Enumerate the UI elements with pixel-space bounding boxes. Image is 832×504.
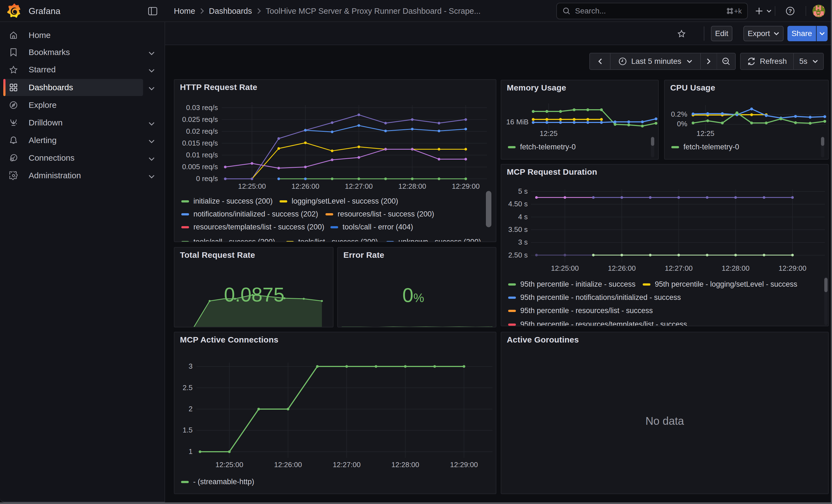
svg-text:12:29:00: 12:29:00 bbox=[450, 460, 478, 469]
svg-text:0 req/s: 0 req/s bbox=[196, 175, 218, 183]
svg-text:2.50 s: 2.50 s bbox=[508, 251, 528, 259]
svg-text:4 s: 4 s bbox=[518, 213, 528, 221]
svg-text:12:27:00: 12:27:00 bbox=[345, 182, 373, 190]
svg-text:3: 3 bbox=[189, 362, 192, 370]
svg-text:12:26:00: 12:26:00 bbox=[274, 460, 302, 469]
svg-text:12:27:00: 12:27:00 bbox=[665, 264, 693, 272]
svg-text:12:29:00: 12:29:00 bbox=[779, 264, 806, 272]
svg-text:12:25: 12:25 bbox=[540, 129, 557, 137]
svg-text:0%: 0% bbox=[402, 284, 424, 306]
svg-text:1: 1 bbox=[189, 447, 192, 456]
svg-text:5 s: 5 s bbox=[518, 187, 528, 195]
svg-text:12:28:00: 12:28:00 bbox=[398, 182, 426, 190]
svg-text:12:25: 12:25 bbox=[696, 129, 714, 137]
svg-text:12:26:00: 12:26:00 bbox=[608, 264, 635, 272]
svg-text:12:28:00: 12:28:00 bbox=[391, 460, 419, 469]
svg-text:0.03 req/s: 0.03 req/s bbox=[186, 103, 218, 112]
svg-text:12:25:00: 12:25:00 bbox=[551, 264, 579, 272]
svg-text:1.5: 1.5 bbox=[183, 426, 192, 434]
svg-text:12:27:00: 12:27:00 bbox=[333, 460, 360, 469]
svg-text:0.0875: 0.0875 bbox=[224, 284, 285, 306]
svg-text:0.01 req/s: 0.01 req/s bbox=[186, 151, 218, 159]
svg-text:12:25:00: 12:25:00 bbox=[238, 182, 266, 190]
svg-text:4.50 s: 4.50 s bbox=[508, 200, 528, 208]
svg-text:3 s: 3 s bbox=[518, 238, 528, 246]
svg-text:12:28:00: 12:28:00 bbox=[722, 264, 750, 272]
svg-text:3.50 s: 3.50 s bbox=[508, 225, 528, 234]
svg-text:0.005 req/s: 0.005 req/s bbox=[182, 163, 218, 171]
svg-text:12:26:00: 12:26:00 bbox=[291, 182, 319, 190]
svg-text:16 MiB: 16 MiB bbox=[506, 118, 528, 126]
svg-text:0.015 req/s: 0.015 req/s bbox=[182, 139, 218, 147]
svg-text:0.02 req/s: 0.02 req/s bbox=[186, 127, 218, 135]
svg-text:12:29:00: 12:29:00 bbox=[452, 182, 479, 190]
svg-text:0%: 0% bbox=[677, 120, 687, 128]
svg-text:0.2%: 0.2% bbox=[671, 110, 687, 118]
svg-text:0.025 req/s: 0.025 req/s bbox=[182, 115, 218, 124]
svg-text:2: 2 bbox=[189, 405, 192, 413]
svg-text:12:25:00: 12:25:00 bbox=[215, 460, 243, 469]
svg-text:2.5: 2.5 bbox=[183, 383, 192, 392]
